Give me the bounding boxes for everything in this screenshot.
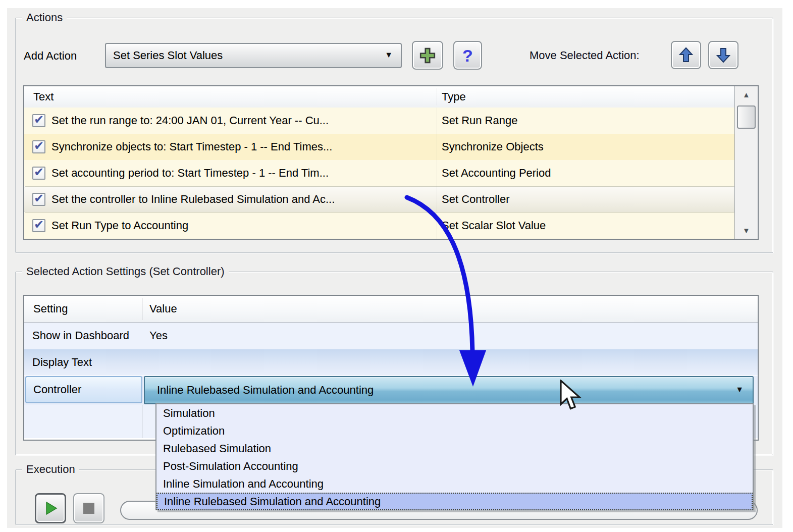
scroll-up-icon[interactable]: ▲ (735, 90, 758, 99)
move-selected-action-label: Move Selected Action: (530, 49, 640, 62)
dropdown-option[interactable]: Inline Simulation and Accounting (156, 475, 753, 493)
setting-row-show-in-dashboard[interactable]: Show in Dashboard Yes (24, 323, 758, 349)
action-text-cell: Set the controller to Inline Rulebased S… (51, 193, 335, 206)
checkmark-icon: ✔ (34, 166, 44, 178)
controller-dropdown-list: SimulationOptimizationRulebased Simulati… (155, 403, 754, 510)
action-text-cell: Synchronize objects to: Start Timestep -… (51, 140, 332, 153)
help-button[interactable]: ? (453, 41, 482, 70)
dropdown-option[interactable]: Post-Simulation Accounting (156, 457, 753, 475)
controller-combobox[interactable]: Inline Rulebased Simulation and Accounti… (144, 376, 754, 404)
run-button[interactable] (35, 493, 66, 523)
action-checkbox[interactable]: ✔ (32, 140, 45, 153)
action-row[interactable]: ✔Set accounting period to: Start Timeste… (24, 160, 735, 186)
column-divider (142, 405, 143, 438)
action-row[interactable]: ✔Set Run Type to AccountingSet Scalar Sl… (24, 212, 735, 239)
move-action-up-button[interactable] (671, 41, 701, 69)
setting-name: Controller (33, 383, 81, 396)
actions-table-rows: ✔Set the run range to: 24:00 JAN 01, Cur… (24, 108, 735, 239)
action-row[interactable]: ✔Synchronize objects to: Start Timestep … (24, 134, 735, 160)
action-checkbox[interactable]: ✔ (32, 114, 45, 127)
chevron-down-icon: ▼ (735, 385, 744, 394)
checkmark-icon: ✔ (34, 192, 44, 204)
dropdown-option[interactable]: Optimization (156, 422, 753, 440)
action-type-cell: Set Scalar Slot Value (442, 219, 546, 232)
action-type-cell: Set Controller (442, 193, 510, 206)
checkmark-icon: ✔ (34, 114, 44, 126)
action-row[interactable]: ✔Set the run range to: 24:00 JAN 01, Cur… (24, 108, 735, 134)
settings-table-header: Setting Value (24, 296, 758, 323)
play-icon (43, 501, 58, 516)
add-action-combobox-value: Set Series Slot Values (113, 49, 223, 62)
checkmark-icon: ✔ (34, 140, 44, 152)
setting-name: Display Text (32, 356, 92, 369)
scrollbar-thumb[interactable] (737, 105, 756, 129)
actions-table-header: Text Type (24, 86, 758, 108)
column-header-text[interactable]: Text (24, 86, 437, 108)
dropdown-option[interactable]: Simulation (156, 404, 753, 422)
move-action-down-button[interactable] (708, 41, 738, 69)
action-type-cell: Set Accounting Period (442, 167, 551, 180)
checkmark-icon: ✔ (34, 219, 44, 231)
up-arrow-icon (678, 46, 694, 64)
down-arrow-icon (715, 46, 731, 64)
stop-button[interactable] (73, 493, 104, 523)
column-header-setting[interactable]: Setting (24, 296, 142, 322)
chevron-down-icon: ▼ (385, 50, 393, 60)
setting-row-display-text[interactable]: Display Text (24, 349, 758, 376)
setting-name: Show in Dashboard (32, 329, 129, 342)
action-checkbox[interactable]: ✔ (32, 167, 45, 180)
selected-action-settings-title: Selected Action Settings (Set Controller… (22, 264, 229, 279)
vertical-scrollbar[interactable]: ▲ ▼ (734, 86, 758, 239)
execution-groupbox-title: Execution (22, 462, 79, 476)
column-divider (142, 298, 143, 320)
action-checkbox[interactable]: ✔ (32, 219, 45, 232)
add-action-combobox[interactable]: Set Series Slot Values ▼ (105, 43, 402, 68)
action-text-cell: Set the run range to: 24:00 JAN 01, Curr… (51, 114, 329, 127)
add-action-label: Add Action (24, 49, 77, 63)
application-window: Actions Add Action Set Series Slot Value… (0, 0, 793, 532)
column-divider (437, 108, 437, 239)
actions-table: Text Type ✔Set the run range to: 24:00 J… (23, 85, 759, 240)
plus-icon (419, 47, 436, 64)
controller-combobox-value: Inline Rulebased Simulation and Accounti… (157, 384, 374, 397)
dropdown-option[interactable]: Rulebased Simulation (156, 440, 753, 457)
stop-icon (83, 503, 94, 514)
setting-value: Yes (149, 329, 168, 342)
controller-setting-cell[interactable]: Controller (25, 376, 142, 403)
actions-groupbox: Actions Add Action Set Series Slot Value… (15, 18, 773, 253)
actions-groupbox-title: Actions (22, 11, 67, 25)
column-header-value[interactable]: Value (142, 296, 758, 322)
action-text-cell: Set Run Type to Accounting (51, 219, 188, 232)
action-type-cell: Synchronize Objects (442, 140, 544, 153)
question-mark-icon: ? (462, 47, 473, 64)
action-checkbox[interactable]: ✔ (32, 193, 45, 206)
column-header-type[interactable]: Type (437, 86, 758, 108)
action-row[interactable]: ✔Set the controller to Inline Rulebased … (24, 186, 735, 212)
action-type-cell: Set Run Range (442, 114, 517, 127)
scroll-down-icon[interactable]: ▼ (735, 226, 758, 235)
add-action-button[interactable] (412, 41, 443, 70)
column-divider (437, 88, 437, 105)
action-text-cell: Set accounting period to: Start Timestep… (51, 167, 329, 180)
dropdown-option[interactable]: Inline Rulebased Simulation and Accounti… (156, 493, 753, 510)
